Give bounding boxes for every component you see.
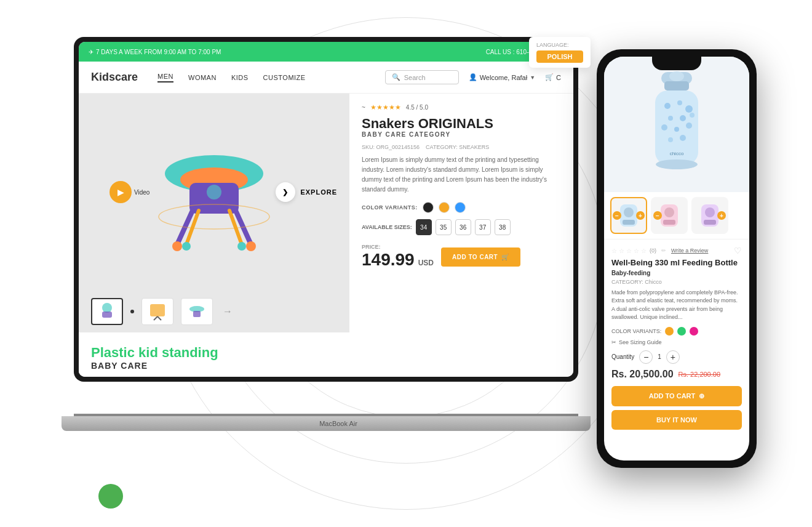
size-button-34[interactable]: 34	[416, 219, 432, 235]
language-selector[interactable]: LANGUAGE: POLISH	[529, 37, 591, 68]
svg-point-9	[182, 242, 191, 251]
thumbnail-2[interactable]	[141, 298, 173, 325]
svg-point-31	[668, 116, 673, 121]
phone-thumb-1[interactable]: − +	[610, 197, 647, 234]
sizing-icon: ✂	[611, 339, 616, 345]
chevron-down-icon: ▼	[530, 74, 535, 81]
size-button-36[interactable]: 36	[455, 219, 471, 235]
product-description: Lorem Ipsum is simply dummy text of the …	[362, 155, 561, 195]
svg-rect-15	[150, 304, 165, 316]
phone-swatch-orange[interactable]	[665, 327, 674, 336]
quantity-label: Quantity	[611, 353, 634, 360]
svg-point-35	[674, 127, 679, 132]
rating-row: ~ ★★★★★ 4.5 / 5.0	[362, 103, 561, 111]
svg-line-17	[157, 316, 161, 320]
nav-item-woman[interactable]: WOMAN	[188, 74, 217, 81]
thumb2-minus-icon: −	[653, 211, 662, 220]
thumb-dot-1	[130, 310, 134, 313]
color-swatch-black[interactable]	[423, 202, 434, 213]
phone-product-subcategory: Baby-feeding	[611, 270, 742, 276]
svg-point-8	[246, 241, 256, 251]
thumb-illustration-3	[186, 302, 208, 321]
thumb3-plus-icon: +	[717, 211, 726, 220]
write-review-link[interactable]: Write a Review	[671, 247, 708, 254]
svg-point-32	[680, 115, 686, 121]
phone-product-title: Well-Being 330 ml Feeding Bottle	[611, 258, 742, 268]
product-thumbnails: →	[79, 291, 349, 332]
nav-item-kids[interactable]: KIDS	[231, 74, 249, 81]
phone-thumb-2[interactable]: −	[651, 197, 688, 234]
thumbnails-nav-arrow[interactable]: →	[223, 306, 233, 317]
explore-icon: ❯	[276, 182, 295, 202]
product-showcase: ❯ EXPLORE ▶ Video	[79, 94, 349, 377]
product-detail: ~ ★★★★★ 4.5 / 5.0 Snakers ORIGINALS BABY…	[349, 94, 573, 377]
svg-point-11	[207, 185, 221, 199]
phone-original-price: Rs. 22,200.00	[679, 371, 721, 378]
promo-title: Plastic kid standing	[91, 345, 337, 361]
phone-stars: ☆ ☆ ☆ ☆ ☆	[611, 247, 647, 254]
star-5: ☆	[641, 247, 647, 254]
cart-button[interactable]: 🛒 C	[545, 73, 561, 81]
video-play-button[interactable]: ▶	[109, 181, 132, 203]
thumbnail-1[interactable]	[91, 298, 123, 325]
add-to-cart-button[interactable]: ADD TO CART 🛒	[441, 247, 520, 267]
size-button-37[interactable]: 37	[475, 219, 491, 235]
svg-point-40	[656, 159, 698, 169]
main-content: ❯ EXPLORE ▶ Video	[79, 94, 573, 377]
user-account[interactable]: 👤 Welcome, Rafał ▼	[469, 73, 535, 81]
quantity-decrease-button[interactable]: −	[639, 350, 653, 364]
wishlist-heart-icon[interactable]: ♡	[734, 246, 742, 255]
svg-point-33	[690, 113, 695, 118]
promo-subtitle: BABY CARE	[91, 361, 337, 371]
thumbnail-3[interactable]	[181, 298, 213, 325]
svg-rect-25	[664, 81, 689, 91]
phone-swatch-pink[interactable]	[690, 327, 698, 336]
phone-device: chicco − + −	[597, 49, 763, 493]
size-button-35[interactable]: 35	[436, 219, 452, 235]
language-label: LANGUAGE:	[536, 42, 583, 48]
user-label: Welcome, Rafał	[480, 74, 527, 81]
macbook-model-label: MacBook Air	[319, 420, 357, 427]
cart-label: C	[556, 74, 561, 81]
svg-rect-43	[623, 220, 635, 225]
quantity-increase-button[interactable]: +	[666, 350, 680, 364]
svg-text:chicco: chicco	[670, 151, 684, 156]
phone-product-images: chicco	[604, 57, 749, 192]
phone-quantity-row: Quantity − 1 +	[611, 350, 742, 364]
phone-swatch-green[interactable]	[677, 327, 686, 336]
phone-buy-now-button[interactable]: BUY IT NOW	[611, 410, 742, 430]
phone-sizing-guide[interactable]: ✂ See Sizing Guide	[611, 339, 742, 345]
user-icon: 👤	[469, 73, 477, 81]
svg-point-29	[677, 100, 682, 105]
nav-item-customize[interactable]: CUSTOMIZE	[263, 74, 306, 81]
phone-buy-now-label: BUY IT NOW	[656, 416, 697, 424]
nav-item-men[interactable]: MEN	[157, 73, 173, 82]
site-logo[interactable]: Kidscare	[91, 71, 138, 84]
svg-line-16	[154, 316, 157, 320]
color-variants-row: COLOR VARIANTS:	[362, 202, 561, 213]
phone-thumb-3[interactable]: +	[691, 197, 728, 234]
price-label: PRICE:	[362, 244, 434, 250]
phone-add-to-cart-button[interactable]: ADD TO CART ⊕	[611, 386, 742, 406]
macbook-device: ✈ 7 DAYS A WEEK FROM 9:00 AM TO 7:00 PM …	[74, 37, 603, 480]
shipping-icon: ✈	[89, 49, 94, 55]
phone-frame: chicco − + −	[597, 49, 757, 468]
size-button-38[interactable]: 38	[495, 219, 511, 235]
cart-icon: 🛒	[545, 73, 554, 81]
price-value: 149.99	[362, 250, 415, 270]
navigation: Kidscare MEN WOMAN KIDS CUSTOMIZE 🔍 Sear…	[79, 62, 573, 94]
search-bar[interactable]: 🔍 Search	[385, 70, 459, 84]
phone-category-label: CATEGORY: Chicco	[611, 279, 742, 285]
explore-button[interactable]: ❯ EXPLORE	[276, 182, 337, 202]
svg-rect-14	[102, 312, 112, 318]
thumb-illustration-2	[146, 302, 169, 321]
macbook-screen-border: ✈ 7 DAYS A WEEK FROM 9:00 AM TO 7:00 PM …	[74, 37, 578, 382]
product-hero: ❯ EXPLORE ▶ Video	[79, 94, 349, 291]
color-swatch-orange[interactable]	[439, 202, 450, 213]
color-swatch-blue[interactable]	[455, 202, 466, 213]
add-to-cart-icon: 🛒	[501, 254, 509, 260]
language-value[interactable]: POLISH	[536, 50, 583, 63]
svg-point-13	[102, 303, 112, 313]
search-placeholder: Search	[404, 74, 426, 81]
rating-value: 4.5 / 5.0	[406, 104, 428, 111]
